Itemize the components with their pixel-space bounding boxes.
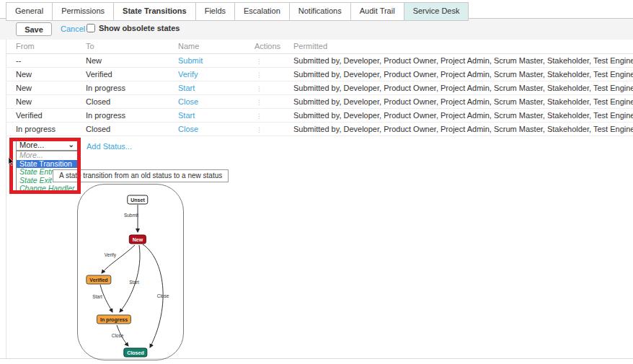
permitted-cell: Submitted by, Developer, Product Owner, … xyxy=(293,123,633,136)
tab-audit-trail[interactable]: Audit Trail xyxy=(350,2,404,21)
row-actions-icon[interactable]: ⋮ xyxy=(254,112,262,120)
to-cell: Verified xyxy=(86,68,178,81)
tab-permissions[interactable]: Permissions xyxy=(52,2,114,21)
show-obsolete-states-control: Show obsolete states xyxy=(87,24,180,32)
edge-label-submit: Submit xyxy=(124,213,138,218)
table-row: New Closed Close ⋮ Submitted by, Develop… xyxy=(6,95,633,109)
row-actions-icon[interactable]: ⋮ xyxy=(254,99,262,106)
toolbar: Save Cancel Show obsolete states xyxy=(0,19,633,40)
to-cell: In progress xyxy=(86,109,178,123)
save-button[interactable]: Save xyxy=(16,22,52,36)
tab-label: Fields xyxy=(205,6,226,15)
table-row: New In progress Start ⋮ Submitted by, De… xyxy=(6,81,633,95)
tab-label: Service Desk xyxy=(413,6,460,15)
edge-new-verified xyxy=(102,245,135,273)
state-node-unset: Unset xyxy=(127,195,148,205)
transition-name-link[interactable]: Verify xyxy=(178,70,198,79)
tab-label: Escalation xyxy=(244,6,280,15)
table-row: Verified In progress Start ⋮ Submitted b… xyxy=(6,109,633,123)
edge-label-verify: Verify xyxy=(105,252,116,257)
tabbar: General Permissions State Transitions Fi… xyxy=(6,2,469,21)
tab-service-desk[interactable]: Service Desk xyxy=(404,2,469,21)
to-cell: New xyxy=(86,54,178,68)
transition-name-link[interactable]: Start xyxy=(178,111,195,120)
to-cell: Closed xyxy=(86,123,178,136)
more-select[interactable]: More... ⌄ xyxy=(16,139,78,151)
row-actions-icon[interactable]: ⋮ xyxy=(254,71,262,79)
tab-escalation[interactable]: Escalation xyxy=(234,2,290,21)
tab-label: General xyxy=(15,6,43,15)
state-node-new: New xyxy=(129,235,146,244)
dropdown-item-more[interactable]: More... xyxy=(17,151,78,160)
transition-name-link[interactable]: Submit xyxy=(178,56,203,65)
add-status-link[interactable]: Add Status... xyxy=(87,142,132,151)
state-machine-diagram: Unset New Verified In progress Closed Su… xyxy=(77,184,184,360)
edge-label-start-mid: Start xyxy=(129,280,139,285)
column-header-from: From xyxy=(6,40,86,54)
column-header-name: Name xyxy=(178,40,254,54)
column-header-actions: Actions xyxy=(254,40,293,54)
transition-name-link[interactable]: Close xyxy=(178,125,198,133)
tab-label: Audit Trail xyxy=(360,6,395,15)
from-cell: New xyxy=(6,95,86,109)
permitted-cell: Submitted by, Developer, Product Owner, … xyxy=(293,109,633,123)
row-actions-icon[interactable]: ⋮ xyxy=(254,58,262,65)
tab-notifications[interactable]: Notifications xyxy=(289,2,351,21)
from-cell: Verified xyxy=(6,109,86,123)
permitted-cell: Submitted by, Developer, Product Owner, … xyxy=(293,54,633,68)
state-transitions-table: From To Name Actions Permitted -- New Su… xyxy=(6,40,633,136)
tab-label: Permissions xyxy=(61,6,105,15)
permitted-cell: Submitted by, Developer, Product Owner, … xyxy=(293,95,633,109)
column-header-to: To xyxy=(86,40,178,54)
state-node-verified: Verified xyxy=(86,275,111,285)
from-cell: In progress xyxy=(6,123,86,136)
workflow-graph-edges xyxy=(78,185,183,360)
to-cell: Closed xyxy=(86,95,178,109)
cancel-link[interactable]: Cancel xyxy=(61,25,85,33)
workflow-editor-screen: General Permissions State Transitions Fi… xyxy=(0,0,633,364)
edge-label-close-bottom: Close xyxy=(112,333,124,338)
tab-fields[interactable]: Fields xyxy=(195,2,235,21)
permitted-cell: Submitted by, Developer, Product Owner, … xyxy=(293,68,633,81)
transition-name-link[interactable]: Start xyxy=(178,84,195,92)
tab-label: State Transitions xyxy=(123,6,187,15)
tab-label: Notifications xyxy=(298,6,342,15)
dropdown-item-change-handler[interactable]: Change Handler xyxy=(17,185,78,193)
tab-state-transitions[interactable]: State Transitions xyxy=(113,2,196,21)
more-select-value: More... xyxy=(19,141,44,149)
mouse-cursor-icon xyxy=(8,157,14,166)
state-node-closed: Closed xyxy=(123,348,147,358)
state-node-in-progress: In progress xyxy=(97,315,131,324)
row-actions-icon[interactable]: ⋮ xyxy=(254,85,262,92)
state-transition-tooltip: A state transition from an old status to… xyxy=(53,169,229,182)
edge-label-start-left: Start xyxy=(92,294,102,299)
column-header-permitted: Permitted xyxy=(293,40,633,54)
show-obsolete-label: Show obsolete states xyxy=(99,24,180,32)
permitted-cell: Submitted by, Developer, Product Owner, … xyxy=(293,81,633,95)
table-row: -- New Submit ⋮ Submitted by, Developer,… xyxy=(6,54,633,68)
row-actions-icon[interactable]: ⋮ xyxy=(254,126,262,133)
table-row: New Verified Verify ⋮ Submitted by, Deve… xyxy=(6,68,633,81)
table-header-row: From To Name Actions Permitted xyxy=(6,40,633,54)
show-obsolete-checkbox[interactable] xyxy=(87,24,95,32)
from-cell: -- xyxy=(6,54,86,68)
edge-label-close-right: Close xyxy=(157,293,169,298)
to-cell: In progress xyxy=(86,81,178,95)
tab-general[interactable]: General xyxy=(6,2,53,21)
from-cell: New xyxy=(6,68,86,81)
transition-name-link[interactable]: Close xyxy=(178,97,198,106)
from-cell: New xyxy=(6,81,86,95)
chevron-down-icon: ⌄ xyxy=(68,140,74,150)
table-row: In progress Closed Close ⋮ Submitted by,… xyxy=(6,123,633,136)
